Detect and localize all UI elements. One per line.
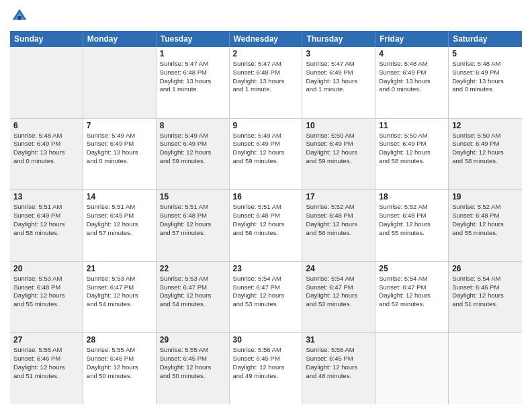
calendar-day-24: 24Sunrise: 5:54 AM Sunset: 6:47 PM Dayli… <box>302 262 375 333</box>
day-number: 13 <box>13 192 79 201</box>
day-info: Sunrise: 5:55 AM Sunset: 6:46 PM Dayligh… <box>13 346 79 380</box>
day-number: 14 <box>87 192 152 201</box>
calendar: SundayMondayTuesdayWednesdayThursdayFrid… <box>10 31 522 404</box>
calendar-day-15: 15Sunrise: 5:51 AM Sunset: 6:48 PM Dayli… <box>157 190 230 261</box>
day-number: 30 <box>233 335 299 345</box>
day-number: 26 <box>452 264 519 273</box>
day-info: Sunrise: 5:55 AM Sunset: 6:46 PM Dayligh… <box>87 346 152 380</box>
calendar-day-27: 27Sunrise: 5:55 AM Sunset: 6:46 PM Dayli… <box>10 333 83 404</box>
calendar-day-3: 3Sunrise: 5:47 AM Sunset: 6:49 PM Daylig… <box>302 47 375 118</box>
calendar-day-18: 18Sunrise: 5:52 AM Sunset: 6:48 PM Dayli… <box>375 190 449 261</box>
day-info: Sunrise: 5:53 AM Sunset: 6:47 PM Dayligh… <box>87 275 152 309</box>
calendar-day-4: 4Sunrise: 5:48 AM Sunset: 6:49 PM Daylig… <box>375 47 449 118</box>
logo <box>10 7 32 26</box>
day-info: Sunrise: 5:51 AM Sunset: 6:49 PM Dayligh… <box>13 203 79 237</box>
calendar-day-9: 9Sunrise: 5:49 AM Sunset: 6:49 PM Daylig… <box>230 119 303 190</box>
calendar-empty-cell <box>10 47 83 118</box>
header-day-wednesday: Wednesday <box>230 31 303 47</box>
calendar-day-17: 17Sunrise: 5:52 AM Sunset: 6:48 PM Dayli… <box>302 190 375 261</box>
day-info: Sunrise: 5:54 AM Sunset: 6:47 PM Dayligh… <box>379 275 445 309</box>
day-number: 19 <box>452 192 519 201</box>
day-info: Sunrise: 5:50 AM Sunset: 6:49 PM Dayligh… <box>452 132 519 166</box>
calendar-day-28: 28Sunrise: 5:55 AM Sunset: 6:46 PM Dayli… <box>83 333 157 404</box>
day-info: Sunrise: 5:56 AM Sunset: 6:45 PM Dayligh… <box>306 346 371 380</box>
day-info: Sunrise: 5:54 AM Sunset: 6:46 PM Dayligh… <box>452 275 519 309</box>
day-info: Sunrise: 5:50 AM Sunset: 6:49 PM Dayligh… <box>379 132 445 166</box>
day-number: 22 <box>160 264 226 273</box>
day-info: Sunrise: 5:52 AM Sunset: 6:48 PM Dayligh… <box>452 203 519 237</box>
header-day-tuesday: Tuesday <box>157 31 230 47</box>
calendar-day-14: 14Sunrise: 5:51 AM Sunset: 6:49 PM Dayli… <box>83 190 157 261</box>
calendar-day-29: 29Sunrise: 5:55 AM Sunset: 6:45 PM Dayli… <box>157 333 230 404</box>
calendar-week-2: 6Sunrise: 5:48 AM Sunset: 6:49 PM Daylig… <box>10 119 522 191</box>
day-number: 7 <box>87 121 152 130</box>
calendar-header: SundayMondayTuesdayWednesdayThursdayFrid… <box>10 31 522 47</box>
calendar-day-22: 22Sunrise: 5:53 AM Sunset: 6:47 PM Dayli… <box>157 262 230 333</box>
calendar-day-13: 13Sunrise: 5:51 AM Sunset: 6:49 PM Dayli… <box>10 190 83 261</box>
header-day-thursday: Thursday <box>302 31 375 47</box>
header-day-monday: Monday <box>83 31 157 47</box>
day-number: 16 <box>233 192 299 201</box>
day-number: 12 <box>452 121 519 130</box>
calendar-day-6: 6Sunrise: 5:48 AM Sunset: 6:49 PM Daylig… <box>10 119 83 190</box>
day-info: Sunrise: 5:47 AM Sunset: 6:48 PM Dayligh… <box>160 60 226 94</box>
header-day-saturday: Saturday <box>449 31 522 47</box>
calendar-day-26: 26Sunrise: 5:54 AM Sunset: 6:46 PM Dayli… <box>449 262 522 333</box>
calendar-day-1: 1Sunrise: 5:47 AM Sunset: 6:48 PM Daylig… <box>157 47 230 118</box>
calendar-day-7: 7Sunrise: 5:49 AM Sunset: 6:49 PM Daylig… <box>83 119 157 190</box>
svg-rect-2 <box>17 16 21 20</box>
day-number: 5 <box>452 49 519 58</box>
day-info: Sunrise: 5:53 AM Sunset: 6:48 PM Dayligh… <box>13 275 79 309</box>
day-info: Sunrise: 5:51 AM Sunset: 6:49 PM Dayligh… <box>87 203 152 237</box>
calendar-empty-cell <box>83 47 157 118</box>
day-number: 10 <box>306 121 371 130</box>
day-number: 25 <box>379 264 445 273</box>
day-number: 2 <box>233 49 299 58</box>
day-number: 9 <box>233 121 299 130</box>
day-info: Sunrise: 5:51 AM Sunset: 6:48 PM Dayligh… <box>160 203 226 237</box>
day-number: 21 <box>87 264 152 273</box>
calendar-day-10: 10Sunrise: 5:50 AM Sunset: 6:49 PM Dayli… <box>302 119 375 190</box>
day-info: Sunrise: 5:54 AM Sunset: 6:47 PM Dayligh… <box>306 275 371 309</box>
day-info: Sunrise: 5:47 AM Sunset: 6:48 PM Dayligh… <box>233 60 299 94</box>
day-info: Sunrise: 5:49 AM Sunset: 6:49 PM Dayligh… <box>233 132 299 166</box>
day-info: Sunrise: 5:47 AM Sunset: 6:49 PM Dayligh… <box>306 60 371 94</box>
day-info: Sunrise: 5:53 AM Sunset: 6:47 PM Dayligh… <box>160 275 226 309</box>
calendar-day-12: 12Sunrise: 5:50 AM Sunset: 6:49 PM Dayli… <box>449 119 522 190</box>
header-day-friday: Friday <box>375 31 449 47</box>
day-number: 1 <box>160 49 226 58</box>
day-number: 29 <box>160 335 226 345</box>
header-day-sunday: Sunday <box>10 31 83 47</box>
calendar-day-2: 2Sunrise: 5:47 AM Sunset: 6:48 PM Daylig… <box>230 47 303 118</box>
calendar-day-5: 5Sunrise: 5:48 AM Sunset: 6:49 PM Daylig… <box>449 47 522 118</box>
page: SundayMondayTuesdayWednesdayThursdayFrid… <box>0 0 532 411</box>
day-number: 20 <box>13 264 79 273</box>
day-info: Sunrise: 5:48 AM Sunset: 6:49 PM Dayligh… <box>379 60 445 94</box>
day-number: 18 <box>379 192 445 201</box>
calendar-body: 1Sunrise: 5:47 AM Sunset: 6:48 PM Daylig… <box>10 47 522 404</box>
calendar-week-4: 20Sunrise: 5:53 AM Sunset: 6:48 PM Dayli… <box>10 262 522 334</box>
header <box>10 7 522 26</box>
day-number: 27 <box>13 335 79 345</box>
day-info: Sunrise: 5:49 AM Sunset: 6:49 PM Dayligh… <box>87 132 152 166</box>
calendar-day-20: 20Sunrise: 5:53 AM Sunset: 6:48 PM Dayli… <box>10 262 83 333</box>
day-number: 4 <box>379 49 445 58</box>
day-info: Sunrise: 5:52 AM Sunset: 6:48 PM Dayligh… <box>379 203 445 237</box>
calendar-day-30: 30Sunrise: 5:56 AM Sunset: 6:45 PM Dayli… <box>230 333 303 404</box>
day-info: Sunrise: 5:50 AM Sunset: 6:49 PM Dayligh… <box>306 132 371 166</box>
day-number: 23 <box>233 264 299 273</box>
day-number: 6 <box>13 121 79 130</box>
day-info: Sunrise: 5:48 AM Sunset: 6:49 PM Dayligh… <box>452 60 519 94</box>
calendar-day-19: 19Sunrise: 5:52 AM Sunset: 6:48 PM Dayli… <box>449 190 522 261</box>
day-number: 3 <box>306 49 371 58</box>
calendar-day-21: 21Sunrise: 5:53 AM Sunset: 6:47 PM Dayli… <box>83 262 157 333</box>
day-info: Sunrise: 5:52 AM Sunset: 6:48 PM Dayligh… <box>306 203 371 237</box>
day-info: Sunrise: 5:51 AM Sunset: 6:48 PM Dayligh… <box>233 203 299 237</box>
day-number: 17 <box>306 192 371 201</box>
logo-icon <box>10 7 29 26</box>
day-info: Sunrise: 5:48 AM Sunset: 6:49 PM Dayligh… <box>13 132 79 166</box>
calendar-day-8: 8Sunrise: 5:49 AM Sunset: 6:49 PM Daylig… <box>157 119 230 190</box>
calendar-day-25: 25Sunrise: 5:54 AM Sunset: 6:47 PM Dayli… <box>375 262 449 333</box>
day-number: 11 <box>379 121 445 130</box>
day-info: Sunrise: 5:56 AM Sunset: 6:45 PM Dayligh… <box>233 346 299 380</box>
